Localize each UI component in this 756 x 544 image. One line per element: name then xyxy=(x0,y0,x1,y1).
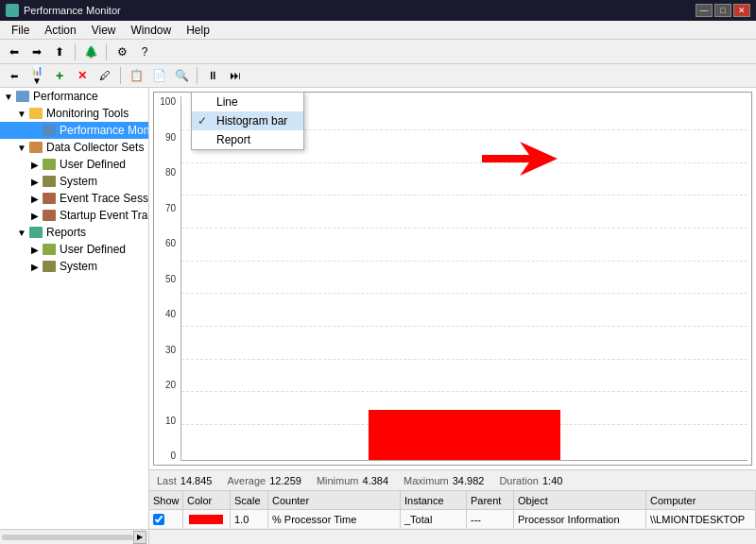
row-scale: 1.0 xyxy=(231,510,268,528)
row-computer: \\LMIONTDESKTOP xyxy=(646,510,756,528)
sidebar-item-userdefined[interactable]: ▶ User Defined xyxy=(0,156,148,173)
title-bar-controls: — □ ✕ xyxy=(696,4,750,17)
histogram-bar xyxy=(369,410,561,461)
next-button[interactable]: ⏭ xyxy=(225,65,246,86)
startup-event-icon xyxy=(42,208,57,223)
sidebar-item-performance[interactable]: ▼ Performance xyxy=(0,88,148,105)
startup-event-label: Startup Event Trace Sess xyxy=(60,209,149,222)
duration-value: 1:40 xyxy=(542,475,562,486)
row-parent: --- xyxy=(467,510,514,528)
menu-help[interactable]: Help xyxy=(179,22,217,39)
grid-line xyxy=(181,195,747,196)
counter-table-header: Show Color Scale Counter Instance Parent… xyxy=(149,491,756,510)
copy-button[interactable]: 📋 xyxy=(126,65,146,86)
reports-icon xyxy=(28,225,43,240)
sidebar-item-eventtrace[interactable]: ▶ Event Trace Sessions xyxy=(0,190,148,207)
menu-view[interactable]: View xyxy=(84,22,124,39)
expand-se[interactable]: ▶ xyxy=(28,211,42,221)
back-button[interactable]: ⬅ xyxy=(4,42,25,62)
view-toggle[interactable]: 📊▼ xyxy=(26,65,47,86)
h-scrollbar[interactable] xyxy=(2,535,133,540)
forward-button[interactable]: ➡ xyxy=(26,42,47,62)
col-header-object: Object xyxy=(514,491,646,509)
chart-type-dropdown: Line ✓ Histogram bar Report xyxy=(191,92,304,150)
sidebar-item-reports-system[interactable]: ▶ System xyxy=(0,258,148,275)
title-bar-left: Performance Monitor xyxy=(6,4,121,17)
monitor-toolbar: ⬅ 📊▼ + ✕ 🖊 📋 📄 🔍 ⏸ ⏭ xyxy=(0,64,756,88)
perfmon-icon xyxy=(42,123,57,138)
grid-line xyxy=(181,293,747,294)
col-header-scale: Scale xyxy=(231,491,268,509)
expand-monitoring[interactable]: ▼ xyxy=(15,109,28,119)
dropdown-item-report[interactable]: Report xyxy=(192,130,303,149)
histogram-check: ✓ xyxy=(198,114,211,128)
delete-button[interactable]: ✕ xyxy=(72,65,93,86)
stat-maximum: Maximum 34.982 xyxy=(404,475,484,486)
eventtrace-label: Event Trace Sessions xyxy=(60,192,149,205)
monitoring-tools-label: Monitoring Tools xyxy=(46,107,129,120)
dropdown-item-histogram[interactable]: ✓ Histogram bar xyxy=(192,111,303,130)
line-label: Line xyxy=(216,95,238,109)
pause-button[interactable]: ⏸ xyxy=(202,65,223,86)
up-button[interactable]: ⬆ xyxy=(49,42,70,62)
expand-reports[interactable]: ▼ xyxy=(15,228,28,238)
sidebar-item-reports-userdefined[interactable]: ▶ User Defined xyxy=(0,241,148,258)
col-header-show: Show xyxy=(149,491,183,509)
show-hide-tree[interactable]: 🌲 xyxy=(80,42,101,62)
scroll-right[interactable]: ▶ xyxy=(133,531,146,544)
minimize-button[interactable]: — xyxy=(696,4,713,17)
grid-line xyxy=(181,359,747,360)
expand-rud[interactable]: ▶ xyxy=(28,245,42,255)
highlight-button[interactable]: 🖊 xyxy=(94,65,115,86)
system-icon xyxy=(42,174,57,189)
restore-button[interactable]: □ xyxy=(714,4,731,17)
add-button[interactable]: + xyxy=(49,65,70,86)
sidebar-item-reports[interactable]: ▼ Reports xyxy=(0,224,148,241)
sidebar-item-startup-event[interactable]: ▶ Startup Event Trace Sess xyxy=(0,207,148,224)
expand-rs[interactable]: ▶ xyxy=(28,262,42,272)
row-counter: % Processor Time xyxy=(268,510,401,528)
properties-button[interactable]: ⚙ xyxy=(112,42,132,62)
right-panel: 100 90 80 70 60 50 40 30 20 10 0 xyxy=(149,88,756,529)
svg-marker-0 xyxy=(482,142,558,176)
reports-label: Reports xyxy=(46,226,86,239)
expand-performance[interactable]: ▼ xyxy=(2,92,15,102)
sidebar-item-performance-monitor[interactable]: Performance Monitor xyxy=(0,122,148,139)
row-show xyxy=(149,510,183,528)
sidebar-item-datacollector[interactable]: ▼ Data Collector Sets xyxy=(0,139,148,156)
red-arrow-indicator xyxy=(482,142,558,178)
dropdown-item-line[interactable]: Line xyxy=(192,93,303,111)
main-toolbar: ⬅ ➡ ⬆ 🌲 ⚙ ? xyxy=(0,40,756,64)
chart-plot xyxy=(180,96,747,461)
expand-et[interactable]: ▶ xyxy=(28,194,42,204)
grid-line xyxy=(181,391,747,392)
help-button[interactable]: ? xyxy=(134,42,155,62)
stat-minimum: Minimum 4.384 xyxy=(317,475,388,486)
system-label: System xyxy=(60,175,97,188)
maximum-label: Maximum xyxy=(404,475,449,486)
last-value: 14.845 xyxy=(180,475,213,486)
col-header-parent: Parent xyxy=(467,491,514,509)
bottom-bar: ▶ xyxy=(0,529,756,544)
report-label: Report xyxy=(216,133,250,146)
menu-action[interactable]: Action xyxy=(37,22,83,39)
menu-file[interactable]: File xyxy=(4,22,37,39)
sidebar-item-system[interactable]: ▶ System xyxy=(0,173,148,190)
expand-sys[interactable]: ▶ xyxy=(28,177,42,187)
new-counter-set[interactable]: ⬅ xyxy=(4,65,25,86)
minimum-value: 4.384 xyxy=(363,475,389,486)
find-button[interactable]: 🔍 xyxy=(171,65,192,86)
window-title: Performance Monitor xyxy=(24,5,121,16)
grid-line xyxy=(181,162,747,163)
table-row[interactable]: 1.0 % Processor Time _Total --- Processo… xyxy=(149,510,756,529)
close-button[interactable]: ✕ xyxy=(733,4,750,17)
sep1 xyxy=(75,43,76,60)
menu-window[interactable]: Window xyxy=(124,22,180,39)
stat-duration: Duration 1:40 xyxy=(499,475,562,486)
counter-table: Show Color Scale Counter Instance Parent… xyxy=(149,490,756,529)
expand-ud[interactable]: ▶ xyxy=(28,160,42,170)
expand-datacollector[interactable]: ▼ xyxy=(15,143,28,153)
paste-button[interactable]: 📄 xyxy=(148,65,169,86)
sidebar-item-monitoring-tools[interactable]: ▼ Monitoring Tools xyxy=(0,105,148,122)
counter-checkbox[interactable] xyxy=(153,514,164,525)
